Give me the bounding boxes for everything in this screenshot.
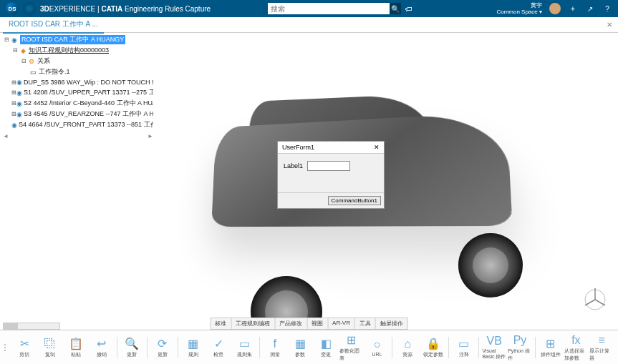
document-tab[interactable]: ROOT ISD CAR 工作中 A ... xyxy=(3,16,104,34)
app-brand: CATIA xyxy=(101,5,122,13)
tree-toggle-icon[interactable]: ⊟ xyxy=(3,36,10,43)
tree-node[interactable]: ⊞ ◉ S2 4452 /Interior C-Beyond-440 工作中 A… xyxy=(3,98,153,109)
toolbar-button[interactable]: ⿻复制 xyxy=(38,333,62,362)
tree-knowledge[interactable]: ⊟ ◆ 知识工程规则结构00000003 xyxy=(3,45,153,56)
toolbar-label: 参数化图表 xyxy=(339,348,364,362)
toolbar-icon: ✓ xyxy=(214,337,223,351)
avatar[interactable] xyxy=(549,3,561,14)
toolbar-button[interactable]: fx从选择添加参数 xyxy=(564,333,589,362)
toolbar-button[interactable]: ⊞操作组件 xyxy=(539,333,563,362)
action-bar-tab[interactable]: 视图 xyxy=(307,318,328,329)
toolbar-button[interactable]: ▦规则 xyxy=(181,333,206,362)
tree-command-label[interactable]: 工作指令.1 xyxy=(39,67,70,77)
tree-root-label[interactable]: ROOT ISD CAR 工作中 A HUANGY xyxy=(20,35,125,44)
tag-icon[interactable]: 🏷 xyxy=(405,5,412,13)
toolbar-button[interactable]: ◧变更 xyxy=(314,333,338,362)
tree-toggle-icon[interactable]: ⊞ xyxy=(11,79,16,86)
toolbar-button[interactable]: 🔍更新 xyxy=(120,333,144,362)
tree-root[interactable]: ⊟ ◉ ROOT ISD CAR 工作中 A HUANGY xyxy=(3,34,153,45)
compass-icon[interactable] xyxy=(23,2,36,15)
tree-relations-label[interactable]: 关系 xyxy=(37,56,50,66)
tree-toggle-icon[interactable]: ⊟ xyxy=(11,47,19,54)
tree-relations[interactable]: ⊟ ⚙ 关系 xyxy=(3,56,153,67)
toolbar-button[interactable]: ≡显示计算器 xyxy=(589,333,614,362)
user-info[interactable]: 黄宇 Common Space ▾ xyxy=(496,2,542,15)
search-input[interactable] xyxy=(268,3,390,14)
toolbar-button[interactable]: PyPython 操作 xyxy=(508,333,532,362)
tree-node-label[interactable]: S4 4664 /SUV_FRONT_PART 13373 --851 工作中 … xyxy=(19,120,153,129)
action-bar-tab[interactable]: 工具 xyxy=(355,318,376,329)
tree-command[interactable]: ▭ 工作指令.1 xyxy=(3,67,153,77)
action-bar-tab[interactable]: 触屏操作 xyxy=(376,318,407,329)
tab-close-icon[interactable]: ✕ xyxy=(604,21,615,29)
ds-logo-icon[interactable]: DS xyxy=(6,2,19,15)
tree-toggle-icon[interactable]: ⊞ xyxy=(11,89,16,96)
toolbar-icon: ↩ xyxy=(97,337,106,351)
tree-node-label[interactable]: S2 4452 /Interior C-Beyond-440 工作中 A HUA… xyxy=(24,99,153,108)
toolbar-handle[interactable] xyxy=(4,337,9,358)
tree-node-label[interactable]: S3 4545 /SUV_REARZONE --747 工作中 A HUANGY… xyxy=(24,109,153,119)
tree-toggle-icon[interactable]: ⊞ xyxy=(11,111,16,117)
command-button[interactable]: CommandButton1 xyxy=(328,196,381,205)
tree-knowledge-label[interactable]: 知识工程规则结构00000003 xyxy=(29,46,109,55)
tree-node[interactable]: ⊞ ◉ S1 4208 /SUV_UPPER_PART 13371 --275 … xyxy=(3,87,153,98)
workspace-selector[interactable]: Common Space ▾ xyxy=(496,9,542,15)
toolbar-button[interactable]: ↩撤销 xyxy=(90,333,114,362)
action-bar-tab[interactable]: 产品修改 xyxy=(275,318,307,329)
header-right: 黄宇 Common Space ▾ + ↗ ? xyxy=(496,2,612,15)
dialog-titlebar[interactable]: UserForm1 ✕ xyxy=(278,142,384,154)
toolbar-button[interactable]: VBVisual Basic 操作 xyxy=(482,333,506,362)
toolbar-icon: ⿻ xyxy=(44,337,56,351)
tree-node[interactable]: ◉ S4 4664 /SUV_FRONT_PART 13373 --851 工作… xyxy=(3,119,153,130)
dialog-close-icon[interactable]: ✕ xyxy=(374,144,380,151)
toolbar-label: 资源 xyxy=(402,351,412,358)
toolbar-icon: ⟳ xyxy=(158,337,167,351)
toolbar-button[interactable]: ✂剪切 xyxy=(13,333,37,362)
toolbar-button[interactable]: ⊞参数化图表 xyxy=(339,333,364,362)
toolbar-separator xyxy=(259,337,260,358)
svg-line-2 xyxy=(595,300,605,305)
toolbar-button[interactable]: ⌂资源 xyxy=(395,333,420,362)
toolbar-button[interactable]: 🔒锁定参数 xyxy=(421,333,445,362)
toolbar-button[interactable]: ▭注释 xyxy=(452,333,476,362)
help-icon[interactable]: ? xyxy=(602,4,612,14)
action-bar-tabs: 标准工程规则编程产品修改视图AR-VR工具触屏操作 xyxy=(210,318,408,330)
add-icon[interactable]: + xyxy=(568,4,578,14)
toolbar-button[interactable]: ✓检查 xyxy=(206,333,231,362)
toolbar-icon: 🔍 xyxy=(125,337,139,351)
tree-node[interactable]: ⊞ ◉ DUP_S5 3986 WAY_Wip : DO NOT TOUCH !… xyxy=(3,77,153,87)
tree-node-label[interactable]: DUP_S5 3986 WAY_Wip : DO NOT TOUCH !!!/S… xyxy=(24,79,153,86)
spec-tree[interactable]: ⊟ ◉ ROOT ISD CAR 工作中 A HUANGY ⊟ ◆ 知识工程规则… xyxy=(3,34,153,139)
toolbar-button[interactable]: ○URL xyxy=(365,333,390,362)
toolbar-separator xyxy=(448,337,449,358)
toolbar-button[interactable]: ▭规则集 xyxy=(232,333,256,362)
toolbar-button[interactable]: ⟳更新 xyxy=(150,333,175,362)
action-bar-tab[interactable]: 工程规则编程 xyxy=(231,318,275,329)
dialog-footer: CommandButton1 xyxy=(278,192,384,208)
toolbar-icon: ⊞ xyxy=(546,337,555,351)
toolbar-button[interactable]: 📋粘贴 xyxy=(64,333,88,362)
toolbar-label: Python 操作 xyxy=(508,348,532,362)
tree-toggle-icon[interactable]: ⊞ xyxy=(11,100,16,107)
toolbar-icon: 📋 xyxy=(69,337,83,351)
action-bar-tab[interactable]: AR-VR xyxy=(328,318,355,329)
toolbar-separator xyxy=(535,337,536,358)
dialog-label: Label1 xyxy=(284,162,303,169)
toolbar-label: 规则集 xyxy=(237,351,252,358)
toolbar-button[interactable]: ▦参数 xyxy=(289,333,313,362)
axis-compass-widget[interactable] xyxy=(581,285,609,314)
tree-node[interactable]: ⊞ ◉ S3 4545 /SUV_REARZONE --747 工作中 A HU… xyxy=(3,109,153,119)
tree-node-label[interactable]: S1 4208 /SUV_UPPER_PART 13371 --275 工作中 … xyxy=(24,88,153,97)
viewport-hscroll[interactable] xyxy=(3,323,60,330)
dialog-input[interactable] xyxy=(307,161,350,171)
toolbar-label: 撤销 xyxy=(97,351,107,358)
toolbar-icon: ▦ xyxy=(188,337,198,351)
toolbar-label: 变更 xyxy=(321,351,331,358)
tree-scroll[interactable]: ◄► xyxy=(3,133,153,139)
share-icon[interactable]: ↗ xyxy=(585,4,595,14)
toolbar-button[interactable]: f测量 xyxy=(263,333,287,362)
search-button[interactable]: 🔍 xyxy=(390,3,401,14)
action-bar-tab[interactable]: 标准 xyxy=(211,318,231,329)
tree-toggle-icon[interactable]: ⊟ xyxy=(20,58,27,64)
toolbar-icon: ≡ xyxy=(598,333,604,348)
